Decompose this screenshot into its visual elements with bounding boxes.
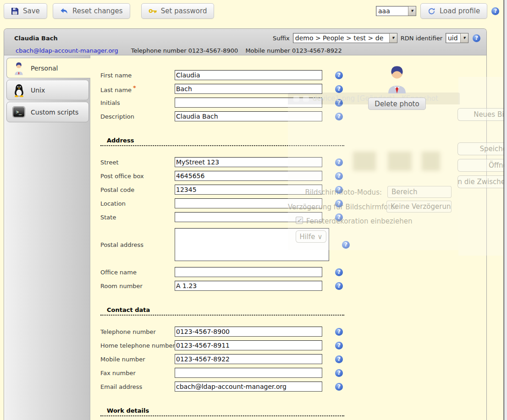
mobile-number-label: Mobile number [100,356,175,363]
description-input[interactable] [175,111,322,121]
header-mobile: Mobile number 0123-4567-8922 [245,47,342,54]
help-icon[interactable]: ? [335,200,343,207]
form-row: First name ? [100,68,486,82]
help-icon[interactable]: ? [335,213,343,221]
tab-custom-scripts-label: Custom scripts [31,109,78,116]
save-label: Save [23,7,40,15]
post-office-box-label: Post office box [100,173,175,180]
floppy-disk-icon [11,7,19,15]
rdn-identifier-label: RDN identifier [401,35,442,42]
form-row: Email address ? [100,380,486,393]
save-button[interactable]: Save [4,3,47,19]
postal-code-input[interactable] [175,185,322,195]
help-icon[interactable]: ? [473,34,480,42]
last-name-input[interactable] [175,84,322,94]
help-icon[interactable]: ? [335,369,343,377]
form-row: Street ? [100,155,486,169]
street-input[interactable] [175,157,322,167]
email-address-label: Email address [100,383,175,390]
scrollbar-track[interactable] [504,0,507,420]
postal-address-input[interactable] [175,228,329,261]
office-name-label: Office name [100,269,175,276]
fax-number-label: Fax number [100,370,175,376]
location-label: Location [100,200,175,207]
help-icon[interactable]: ? [335,113,343,120]
account-header: Claudia Bach Suffix demo > People > test… [4,29,486,55]
delete-photo-button[interactable]: Delete photo [368,98,425,110]
email-link[interactable]: cbach@ldap-account-manager.org [16,47,118,54]
header-telephone: Telephone number 0123-4567-8900 [131,47,238,54]
form-row: Post office box ? [100,169,486,183]
form-row: Postal address ? [100,224,486,265]
set-password-label: Set password [161,7,207,15]
form-row: Location ? [100,196,486,210]
reset-changes-button[interactable]: Reset changes [53,3,130,19]
reset-changes-label: Reset changes [72,7,123,15]
help-icon[interactable]: ? [335,355,343,363]
lam-user-edit-page: { "colors": { "background": "#FFFBDC", "… [0,0,507,420]
dropdown-arrow-icon: ▼ [408,6,416,16]
account-title: Claudia Bach [14,35,58,42]
form-row: Postal code ? [100,183,486,196]
tab-unix[interactable]: Unix [6,80,89,100]
post-office-box-input[interactable] [175,171,322,181]
form-row: Office name ? [100,265,486,279]
initials-input[interactable] [175,98,322,108]
telephone-number-input[interactable] [175,327,322,337]
mobile-number-input[interactable] [175,354,322,364]
load-profile-label: Load profile [440,7,480,15]
tab-custom-scripts[interactable]: >_ Custom scripts [6,102,89,122]
reload-icon [428,7,435,15]
profile-controls: aaa ▼ Load profile ? [376,3,499,19]
user-photo-block: Delete photo [366,63,428,110]
help-icon[interactable]: ? [335,383,343,391]
user-photo [385,63,409,93]
state-input[interactable] [175,212,322,222]
dropdown-arrow-icon: ▼ [460,33,468,43]
help-icon[interactable]: ? [335,186,343,194]
personal-form: First name ? Last name* ? Initials ? Des… [90,55,486,420]
load-profile-button[interactable]: Load profile [420,3,487,19]
home-telephone-number-input[interactable] [175,340,322,350]
section-heading-work-details: Work details [100,407,344,416]
set-password-button[interactable]: Set password [141,3,215,19]
section-heading-address: Address [100,137,344,146]
form-row: Fax number ? [100,366,486,380]
help-icon[interactable]: ? [335,172,343,180]
help-icon[interactable]: ? [335,268,343,276]
postal-code-label: Postal code [100,186,175,193]
first-name-input[interactable] [175,70,322,80]
state-label: State [100,214,175,221]
help-icon[interactable]: ? [335,328,343,336]
tab-unix-label: Unix [31,87,45,94]
suffix-label: Suffix [273,35,290,42]
help-icon[interactable]: ? [335,342,343,349]
module-tab-bar: Personal Unix [4,55,90,420]
help-icon[interactable]: ? [335,85,343,93]
help-icon[interactable]: ? [335,158,343,166]
profile-select[interactable]: aaa ▼ [376,6,416,16]
location-input[interactable] [175,198,322,208]
help-icon[interactable]: ? [335,99,343,107]
form-row: Initials ? [100,96,486,109]
suffix-select-value: demo > People > test > de [293,33,389,43]
help-icon[interactable]: ? [491,7,499,15]
email-address-input[interactable] [175,382,322,392]
form-row: Telephone number ? [100,325,486,338]
help-icon[interactable]: ? [335,282,343,290]
form-row: Home telephone number ? [100,338,486,352]
form-row: State ? [100,210,486,224]
rdn-identifier-select[interactable]: uid ▼ [446,33,468,43]
help-icon[interactable]: ? [342,241,350,249]
suffix-select[interactable]: demo > People > test > de ▼ [293,33,397,43]
office-name-input[interactable] [175,267,322,277]
room-number-input[interactable] [175,281,322,291]
description-label: Description [100,113,175,120]
dropdown-arrow-icon: ▼ [389,33,397,43]
help-icon[interactable]: ? [335,71,343,79]
fax-number-input[interactable] [175,368,322,378]
form-row: Last name* ? [100,82,486,96]
home-telephone-number-label: Home telephone number [100,342,175,349]
form-row: Room number ? [100,279,486,293]
tab-personal[interactable]: Personal [6,58,90,78]
